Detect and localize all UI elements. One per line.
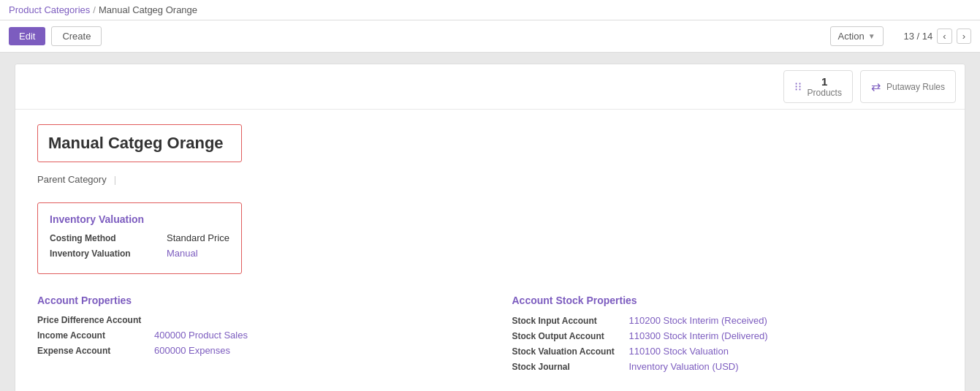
- stock-valuation-value[interactable]: 110100 Stock Valuation: [629, 346, 729, 357]
- costing-method-value: Standard Price: [167, 232, 229, 243]
- breadcrumb-separator: /: [93, 4, 96, 15]
- expense-account-value[interactable]: 600000 Expenses: [154, 345, 230, 356]
- stock-output-row: Stock Output Account 110300 Stock Interi…: [512, 330, 943, 341]
- prev-nav-button[interactable]: ‹: [937, 29, 951, 44]
- grid-icon: ⁝⁝: [794, 80, 802, 94]
- next-nav-button[interactable]: ›: [957, 29, 971, 44]
- main-content: ⁝⁝ 1 Products ⇄ Putaway Rules Manual Cat…: [0, 53, 980, 391]
- stock-valuation-row: Stock Valuation Account 110100 Stock Val…: [512, 346, 943, 357]
- products-count: 1: [808, 75, 842, 88]
- toolbar-right: Action ▼ 13 / 14 ‹ ›: [830, 26, 972, 46]
- breadcrumb-current: Manual Catgeg Orange: [99, 4, 197, 15]
- stock-output-value[interactable]: 110300 Stock Interim (Delivered): [629, 330, 768, 341]
- edit-button[interactable]: Edit: [9, 27, 45, 45]
- parent-divider: |: [114, 174, 116, 185]
- inventory-valuation-title: Inventory Valuation: [50, 213, 229, 225]
- stock-journal-row: Stock Journal Inventory Valuation (USD): [512, 361, 943, 372]
- smart-buttons-row: ⁝⁝ 1 Products ⇄ Putaway Rules: [15, 64, 965, 110]
- inv-valuation-label: Inventory Valuation: [50, 248, 167, 259]
- stock-input-row: Stock Input Account 110200 Stock Interim…: [512, 315, 943, 326]
- action-label: Action: [838, 31, 865, 42]
- parent-category-row: Parent Category |: [37, 174, 943, 185]
- breadcrumb-bar: Product Categories / Manual Catgeg Orang…: [0, 0, 980, 20]
- pagination-text: 13 / 14: [904, 31, 933, 42]
- stock-valuation-label: Stock Valuation Account: [512, 346, 629, 357]
- inventory-valuation-section: Inventory Valuation Costing Method Stand…: [37, 202, 242, 274]
- stock-input-value[interactable]: 110200 Stock Interim (Received): [629, 315, 767, 326]
- account-stock-properties-section: Account Stock Properties Stock Input Acc…: [512, 295, 943, 376]
- parent-category-label: Parent Category: [37, 174, 107, 185]
- toolbar: Edit Create Action ▼ 13 / 14 ‹ ›: [0, 20, 980, 53]
- costing-method-label: Costing Method: [50, 233, 167, 243]
- income-account-label: Income Account: [37, 330, 154, 341]
- inventory-valuation-row: Inventory Valuation Manual: [50, 248, 229, 259]
- account-properties-section: Account Properties Price Difference Acco…: [37, 295, 468, 376]
- expense-account-row: Expense Account 600000 Expenses: [37, 345, 468, 356]
- price-diff-label: Price Difference Account: [37, 315, 154, 325]
- record-body: Manual Catgeg Orange Parent Category | I…: [15, 110, 965, 391]
- stock-output-label: Stock Output Account: [512, 331, 629, 341]
- inv-valuation-value[interactable]: Manual: [167, 248, 198, 259]
- putaway-icon: ⇄: [871, 80, 881, 94]
- stock-input-label: Stock Input Account: [512, 316, 629, 326]
- price-diff-row: Price Difference Account: [37, 315, 468, 325]
- account-stock-properties-title: Account Stock Properties: [512, 295, 943, 306]
- expense-account-label: Expense Account: [37, 346, 154, 356]
- account-sections: Account Properties Price Difference Acco…: [37, 295, 943, 376]
- action-dropdown[interactable]: Action ▼: [830, 26, 884, 46]
- record-title: Manual Catgeg Orange: [48, 134, 231, 153]
- action-chevron-icon: ▼: [868, 32, 875, 40]
- products-smart-button[interactable]: ⁝⁝ 1 Products: [783, 70, 853, 103]
- create-button[interactable]: Create: [51, 26, 102, 46]
- stock-journal-label: Stock Journal: [512, 362, 629, 372]
- stock-journal-value[interactable]: Inventory Valuation (USD): [629, 361, 739, 372]
- income-account-value[interactable]: 400000 Product Sales: [154, 330, 248, 341]
- title-section: Manual Catgeg Orange: [37, 124, 242, 162]
- record-card: ⁝⁝ 1 Products ⇄ Putaway Rules Manual Cat…: [15, 64, 965, 391]
- account-properties-title: Account Properties: [37, 295, 468, 306]
- breadcrumb-parent-link[interactable]: Product Categories: [9, 4, 90, 15]
- products-label: Products: [808, 88, 842, 98]
- pagination: 13 / 14 ‹ ›: [904, 29, 971, 44]
- putaway-label: Putaway Rules: [886, 82, 945, 92]
- putaway-smart-button[interactable]: ⇄ Putaway Rules: [860, 70, 956, 103]
- income-account-row: Income Account 400000 Product Sales: [37, 330, 468, 341]
- costing-method-row: Costing Method Standard Price: [50, 232, 229, 243]
